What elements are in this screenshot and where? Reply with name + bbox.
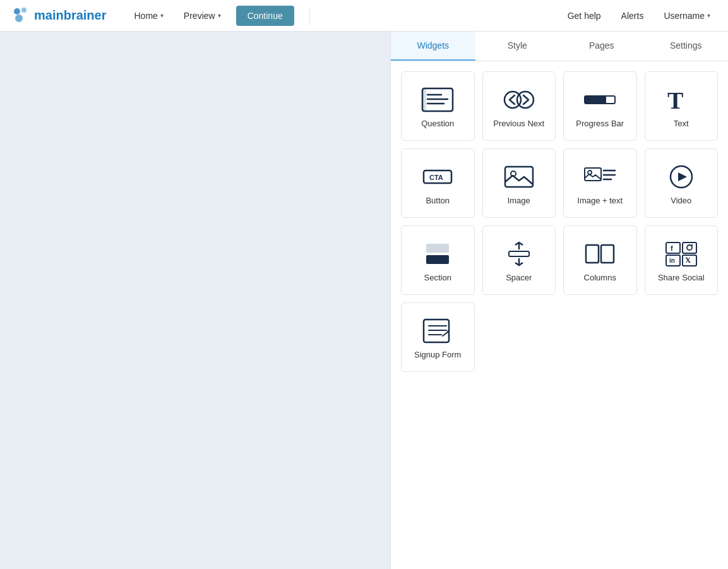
signup-form-icon [421, 318, 454, 344]
widget-progress-bar[interactable]: Progress Bar [563, 71, 637, 141]
spacer-icon [503, 241, 535, 267]
share-social-icon: f in 𝕏 [665, 241, 698, 267]
main-content: Widgets Style Pages Settings Question [0, 32, 728, 569]
username-chevron-icon: ▾ [707, 12, 710, 19]
alerts-label: Alerts [621, 11, 644, 21]
logo-text: mainbrainer [34, 8, 107, 23]
progress-bar-label: Progress Bar [576, 119, 624, 128]
svg-rect-33 [683, 243, 696, 253]
video-icon [665, 164, 698, 189]
previous-next-icon [503, 87, 535, 112]
svg-rect-30 [601, 245, 614, 263]
logo-icon [13, 7, 30, 25]
preview-nav-item[interactable]: Preview ▾ [179, 8, 226, 23]
alerts-nav-item[interactable]: Alerts [616, 8, 649, 23]
logo[interactable]: mainbrainer [13, 7, 107, 25]
widget-previous-next[interactable]: Previous Next [482, 71, 556, 141]
svg-point-34 [687, 245, 692, 250]
text-icon: T [665, 87, 698, 112]
image-label: Image [508, 196, 530, 205]
widget-image-text[interactable]: Image + text [563, 148, 637, 218]
tab-widgets[interactable]: Widgets [391, 32, 475, 61]
widget-image[interactable]: Image [482, 148, 556, 218]
svg-point-45 [447, 330, 450, 333]
tab-style[interactable]: Style [475, 32, 560, 61]
svg-rect-7 [422, 88, 426, 111]
widget-button[interactable]: CTA Button [401, 148, 475, 218]
spacer-label: Spacer [506, 273, 532, 282]
image-text-icon [583, 164, 616, 189]
svg-text:𝕏: 𝕏 [685, 256, 691, 264]
image-icon [503, 164, 535, 189]
previous-next-label: Previous Next [493, 119, 544, 128]
right-panel: Widgets Style Pages Settings Question [390, 32, 728, 569]
svg-rect-15 [505, 167, 533, 187]
columns-icon [583, 241, 616, 267]
nav-right-group: Get help Alerts Username ▾ [563, 8, 715, 23]
widget-section[interactable]: Section [401, 225, 475, 295]
svg-rect-11 [585, 96, 606, 104]
button-icon: CTA [421, 164, 454, 189]
svg-rect-29 [586, 245, 599, 263]
svg-point-2 [15, 15, 23, 22]
video-label: Video [671, 196, 691, 205]
widget-columns[interactable]: Columns [563, 225, 637, 295]
tab-pages[interactable]: Pages [559, 32, 644, 61]
nav-divider [309, 7, 310, 25]
widget-spacer[interactable]: Spacer [482, 225, 556, 295]
columns-label: Columns [584, 273, 616, 282]
svg-text:in: in [669, 257, 675, 264]
help-label: Get help [568, 11, 601, 21]
svg-text:CTA: CTA [429, 174, 443, 181]
help-nav-item[interactable]: Get help [563, 8, 606, 23]
widget-question[interactable]: Question [401, 71, 475, 141]
svg-text:T: T [667, 87, 683, 112]
svg-rect-25 [426, 255, 449, 264]
widget-text[interactable]: T Text [645, 71, 719, 141]
svg-marker-23 [678, 172, 687, 181]
svg-text:f: f [671, 244, 673, 252]
preview-chevron-icon: ▾ [218, 12, 221, 19]
home-label: Home [134, 11, 158, 21]
question-label: Question [421, 119, 454, 128]
svg-rect-31 [666, 243, 680, 253]
button-label: Button [426, 196, 450, 205]
svg-rect-26 [509, 251, 529, 256]
svg-point-0 [14, 8, 20, 15]
widget-share-social[interactable]: f in 𝕏 Share Social [645, 225, 719, 295]
image-text-label: Image + text [577, 196, 623, 205]
svg-point-18 [588, 171, 592, 174]
preview-label: Preview [184, 11, 215, 21]
top-navigation: mainbrainer Home ▾ Preview ▾ Continue Ge… [0, 0, 728, 32]
tab-settings[interactable]: Settings [644, 32, 729, 61]
svg-rect-24 [426, 244, 449, 253]
widgets-grid: Question Previous Next [391, 61, 728, 382]
svg-point-9 [517, 92, 534, 108]
text-label: Text [674, 119, 689, 128]
svg-line-44 [443, 332, 448, 336]
home-chevron-icon: ▾ [160, 12, 164, 19]
continue-button[interactable]: Continue [236, 6, 294, 26]
svg-point-1 [21, 8, 27, 13]
section-icon [421, 241, 454, 267]
share-social-label: Share Social [658, 273, 705, 282]
question-icon [421, 87, 454, 112]
panel-tabs: Widgets Style Pages Settings [391, 32, 728, 61]
widget-signup-form[interactable]: Signup Form [401, 302, 475, 372]
username-nav-item[interactable]: Username ▾ [659, 8, 715, 23]
home-nav-item[interactable]: Home ▾ [129, 8, 169, 23]
svg-rect-17 [585, 168, 601, 181]
progress-bar-icon [583, 87, 616, 112]
editor-canvas[interactable] [0, 32, 390, 569]
svg-point-35 [691, 244, 693, 245]
signup-form-label: Signup Form [414, 350, 461, 359]
username-label: Username [664, 11, 705, 21]
widget-video[interactable]: Video [645, 148, 719, 218]
section-label: Section [424, 273, 451, 282]
